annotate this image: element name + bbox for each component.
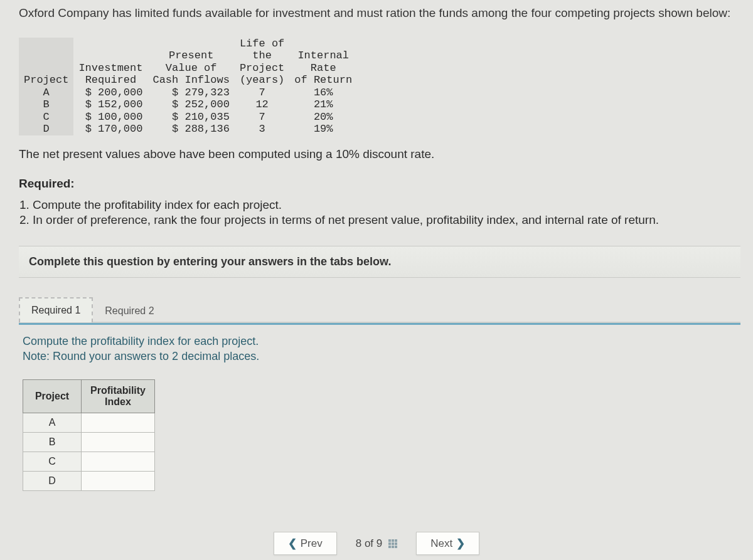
row-a-pv: $ 279,323 (147, 87, 234, 99)
row-a-project: A (19, 87, 73, 99)
row-c-project: C (19, 111, 73, 124)
tab-underline (19, 323, 740, 325)
required-item-2: In order of preference, rank the four pr… (33, 213, 740, 227)
grid-icon[interactable] (388, 539, 397, 548)
page-indicator: 8 of 9 (356, 537, 398, 550)
answer-table: Project ProfitabilityIndex A B C D (23, 379, 155, 491)
row-d-pv: $ 288,136 (147, 123, 234, 135)
prev-button[interactable]: ❮ Prev (274, 532, 337, 555)
answer-col-pi: ProfitabilityIndex (82, 379, 155, 413)
next-label: Next (430, 537, 452, 550)
row-b-project: B (19, 98, 73, 111)
row-b-pv: $ 252,000 (147, 98, 234, 111)
answer-row-a-input[interactable] (82, 413, 155, 432)
tab-instruction-line1: Compute the profitability index for each… (23, 335, 259, 347)
row-d-project: D (19, 123, 73, 135)
col-hdr-pv: PresentValue ofCash Inflows (152, 50, 229, 86)
next-button[interactable]: Next ❯ (416, 532, 479, 555)
row-b-life: 12 (235, 98, 289, 111)
col-hdr-irr: InternalRateof Return (294, 50, 352, 86)
project-data-table: Project InvestmentRequired PresentValue … (19, 38, 357, 135)
row-b-irr: 21% (289, 98, 357, 111)
tab-instruction-line2: Note: Round your answers to 2 decimal pl… (23, 350, 259, 362)
nav-bar: ❮ Prev 8 of 9 Next ❯ (0, 532, 753, 555)
answer-row-c-input[interactable] (82, 452, 155, 471)
npv-note: The net present values above have been c… (19, 147, 740, 161)
page-text: 8 of 9 (356, 537, 383, 550)
col-hdr-investment: InvestmentRequired (78, 62, 142, 87)
intro-text: Oxford Company has limited funds availab… (19, 5, 740, 22)
row-a-investment: $ 200,000 (73, 87, 147, 99)
instruction-bar: Complete this question by entering your … (19, 246, 740, 278)
tabs-row: Required 1 Required 2 (19, 297, 740, 323)
tab-required-1[interactable]: Required 1 (19, 297, 93, 322)
row-a-irr: 16% (289, 87, 357, 99)
row-c-pv: $ 210,035 (147, 111, 234, 124)
col-hdr-life: Life oftheProject(years) (240, 38, 284, 87)
required-item-1: Compute the profitability index for each… (33, 198, 740, 212)
chevron-left-icon: ❮ (288, 537, 297, 550)
answer-col-project: Project (23, 379, 82, 413)
answer-row-b-input[interactable] (82, 432, 155, 452)
row-d-irr: 19% (289, 123, 357, 135)
row-d-investment: $ 170,000 (73, 123, 147, 135)
answer-row-d-label: D (23, 471, 82, 490)
col-hdr-project: Project (24, 74, 68, 86)
row-d-life: 3 (235, 123, 289, 135)
answer-row-d-input[interactable] (82, 471, 155, 490)
row-c-investment: $ 100,000 (73, 111, 147, 124)
row-a-life: 7 (235, 87, 289, 99)
answer-row-b-label: B (23, 432, 82, 452)
tab-required-2[interactable]: Required 2 (93, 298, 166, 323)
prev-label: Prev (301, 537, 323, 550)
answer-row-a-label: A (23, 413, 82, 432)
tab-body-instruction: Compute the profitability index for each… (23, 334, 740, 364)
answer-row-c-label: C (23, 452, 82, 471)
row-c-life: 7 (235, 111, 289, 124)
required-list: Compute the profitability index for each… (19, 198, 740, 227)
required-heading: Required: (19, 177, 740, 191)
chevron-right-icon: ❯ (456, 537, 465, 550)
row-c-irr: 20% (289, 111, 357, 124)
row-b-investment: $ 152,000 (73, 98, 147, 111)
